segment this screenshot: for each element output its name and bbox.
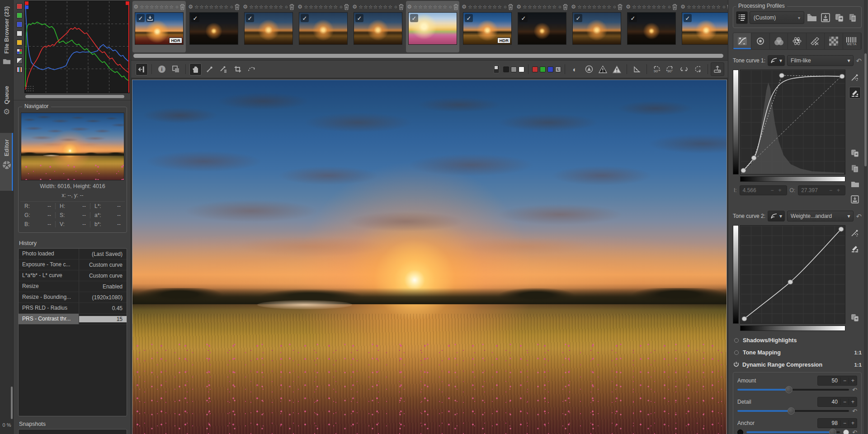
curve-2-grid[interactable] (740, 225, 845, 324)
rating-stars[interactable]: ☆☆☆☆☆☆☆ (468, 4, 502, 10)
filmstrip-thumbnail[interactable]: ⚙ ☆☆☆☆☆☆☆ ○ ✓ HDR (515, 1, 569, 52)
color-swatch-button[interactable] (519, 66, 524, 72)
plus-button[interactable]: + (776, 187, 783, 193)
image-canvas[interactable] (131, 79, 728, 434)
filmstrip-thumbnail[interactable]: ⚙ ☆☆☆☆☆☆☆ ○ ✓ HDR (679, 1, 728, 52)
history-row[interactable]: Photo loaded (Last Saved) (19, 249, 127, 259)
histogram-channel-button[interactable] (16, 48, 23, 55)
color-label-icon[interactable]: ○ (722, 4, 726, 9)
profile-menu-icon[interactable]: ⚙ (243, 4, 248, 10)
color-label-icon[interactable]: ○ (285, 4, 288, 9)
curve-type-2-button[interactable]: ▾ (768, 211, 785, 222)
slider-track[interactable] (737, 410, 849, 412)
rating-stars[interactable]: ☆☆☆☆☆☆☆ (413, 4, 448, 10)
history-row[interactable]: Exposure - Tone c... Custom curve (19, 259, 127, 270)
rating-stars[interactable]: ☆☆☆☆☆☆☆ (304, 4, 338, 10)
load-curve-button[interactable] (849, 178, 861, 190)
profile-menu-icon[interactable]: ⚙ (297, 4, 302, 10)
profile-menu-icon[interactable]: ⚙ (133, 4, 138, 10)
profile-menu-icon[interactable]: ⚙ (516, 4, 521, 10)
history-row[interactable]: PRS RLD - Radius 0.45 (19, 303, 127, 314)
minus-button[interactable]: − (827, 187, 835, 193)
history-row[interactable]: PRS - Contrast thr... 15 (19, 314, 127, 325)
curve-type-1-button[interactable]: ▾ (768, 55, 785, 66)
color-label-icon[interactable]: ○ (394, 4, 397, 9)
filmstrip-thumbnail[interactable]: ⚙ ☆☆☆☆☆☆☆ ○ ✓ HDR (461, 1, 514, 52)
rotate-left-button[interactable]: 90° (650, 62, 663, 76)
tab-advanced[interactable] (788, 33, 806, 49)
save-curve-button[interactable] (849, 193, 861, 205)
color-label-icon[interactable]: ○ (668, 4, 671, 9)
thumbnail-image[interactable]: ✓ HDR (408, 12, 457, 45)
load-profile-button[interactable] (806, 11, 818, 24)
minus-button[interactable]: − (840, 399, 849, 405)
hand-tool-button[interactable] (189, 63, 202, 75)
profile-menu-icon[interactable]: ⚙ (462, 4, 467, 10)
curve-mode-1-select[interactable]: Film-like▾ (787, 55, 854, 66)
bw-preview-button[interactable]: ◐ (569, 63, 581, 75)
paste-curve-button[interactable] (849, 163, 861, 175)
copy-curve-button[interactable] (849, 312, 861, 324)
thumbnail-image[interactable]: ✓ HDR (299, 12, 348, 45)
flip-horizontal-button[interactable] (678, 63, 690, 75)
thumbnail-image[interactable]: ✓ HDR (354, 12, 402, 45)
profile-fill-mode-button[interactable] (736, 11, 748, 24)
color-swatch-button[interactable] (547, 66, 553, 72)
rating-stars[interactable]: ☆☆☆☆☆☆☆ (687, 4, 721, 10)
toggle-filmstrip-button[interactable] (136, 63, 148, 75)
reset-slider-button[interactable]: ↶ (852, 387, 857, 393)
edit-curve-pencil-button[interactable] (849, 87, 861, 99)
rating-stars[interactable]: ☆☆☆☆☆☆☆ (194, 4, 229, 10)
left-scrollbar[interactable] (11, 387, 13, 419)
rating-stars[interactable]: ☆☆☆☆☆☆☆ (523, 4, 557, 10)
color-picker-button[interactable] (203, 63, 216, 75)
plus-button[interactable]: + (835, 187, 842, 193)
color-label-icon[interactable]: ○ (175, 4, 179, 9)
highlight-clip-warning-button[interactable] (611, 63, 623, 75)
profile-menu-icon[interactable]: ⚙ (626, 4, 631, 10)
minus-button[interactable]: − (840, 377, 849, 384)
color-swatch-button[interactable] (503, 66, 509, 72)
reset-curve-1-button[interactable]: ↶ (856, 57, 862, 64)
thumbnail-image[interactable]: ✓ HDR (572, 12, 621, 45)
tool-row[interactable]: Dynamic Range Compression 1:1 (733, 359, 862, 370)
flip-vertical-button[interactable] (692, 63, 704, 75)
rating-stars[interactable]: ☆☆☆☆☆☆☆ (577, 4, 612, 10)
slider-value-box[interactable]: 50 − + (817, 376, 857, 386)
edit-point-button[interactable] (849, 227, 861, 239)
slider-knob[interactable] (788, 407, 795, 415)
histogram-channel-button[interactable] (16, 66, 23, 73)
trash-icon[interactable] (235, 4, 240, 10)
reset-slider-button[interactable]: ↶ (852, 408, 857, 415)
rating-stars[interactable]: ☆☆☆☆☆☆☆ (140, 4, 174, 10)
minus-button[interactable]: − (840, 420, 849, 426)
curve-input-spin[interactable]: 4.566−+ (740, 185, 787, 195)
slider-track[interactable] (737, 389, 849, 391)
histogram-channel-button[interactable] (16, 21, 23, 28)
tool-row[interactable]: Shadows/Highlights (733, 335, 862, 346)
trash-icon[interactable] (289, 4, 294, 10)
slider-knob[interactable] (829, 429, 836, 434)
tab-file-browser[interactable]: File Browser (23) (0, 0, 13, 80)
color-swatch-button[interactable]: L (555, 66, 561, 72)
color-label-icon[interactable]: ○ (504, 4, 507, 9)
thumbnail-image[interactable]: ✓ HDR (135, 12, 184, 45)
thumbnail-image[interactable]: ✓ HDR (518, 12, 566, 45)
tools-scrollbar[interactable] (864, 0, 867, 434)
edit-point-button[interactable] (849, 71, 861, 83)
rating-stars[interactable]: ☆☆☆☆☆☆☆ (249, 4, 283, 10)
tool-row[interactable]: Tone Mapping 1:1 (733, 347, 862, 358)
straighten-button[interactable] (245, 63, 258, 75)
profile-menu-icon[interactable]: ⚙ (407, 4, 412, 10)
color-label-icon[interactable]: ○ (613, 4, 616, 9)
histogram-channel-button[interactable] (16, 3, 23, 9)
color-swatch-button[interactable] (540, 66, 546, 72)
trash-icon[interactable] (399, 4, 404, 10)
tab-metadata[interactable]: META (843, 33, 861, 49)
rating-stars[interactable]: ☆☆☆☆☆☆☆ (632, 4, 666, 10)
sharpen-contrast-mask-button[interactable] (583, 63, 595, 75)
thumbnail-image[interactable]: ✓ HDR (627, 12, 676, 45)
thumbnail-image[interactable]: ✓ HDR (463, 12, 512, 45)
tab-exposure[interactable] (733, 33, 751, 49)
tab-color[interactable] (770, 33, 788, 49)
